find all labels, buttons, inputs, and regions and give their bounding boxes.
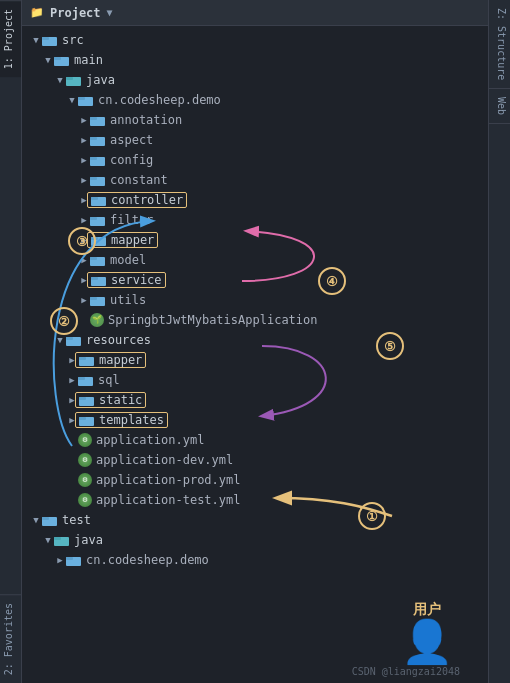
label-test-java: java (74, 533, 103, 547)
svg-rect-43 (66, 557, 73, 560)
label-templates: templates (99, 413, 164, 427)
arrow-config (78, 155, 90, 165)
templates-highlight-box: templates (75, 412, 168, 428)
controller-highlight-box: controller (87, 192, 187, 208)
label-res-mapper: mapper (99, 353, 142, 367)
service-highlight-box: service (87, 272, 166, 288)
svg-rect-7 (78, 97, 85, 100)
header-dropdown[interactable]: ▼ (107, 7, 113, 18)
tree-node-mapper[interactable]: mapper (22, 230, 488, 250)
yml-icon-test: ⚙ (78, 493, 92, 507)
tree-node-aspect[interactable]: aspect (22, 130, 488, 150)
label-utils: utils (110, 293, 146, 307)
svg-rect-17 (91, 197, 98, 200)
label-static: static (99, 393, 142, 407)
svg-rect-29 (66, 337, 73, 340)
svg-rect-5 (66, 77, 73, 80)
svg-rect-39 (42, 517, 49, 520)
label-app-test-yml: application-test.yml (96, 493, 241, 507)
static-highlight-box: static (75, 392, 146, 408)
arrow-filter (78, 215, 90, 225)
svg-rect-11 (90, 137, 97, 140)
tree-node-app-yml[interactable]: ⚙ application.yml (22, 430, 488, 450)
tree-node-java[interactable]: java (22, 70, 488, 90)
svg-rect-33 (78, 377, 85, 380)
tree-node-filter[interactable]: filter (22, 210, 488, 230)
label-config: config (110, 153, 153, 167)
spring-icon: 🌱 (90, 313, 104, 327)
arrow-utils (78, 295, 90, 305)
label-model: model (110, 253, 146, 267)
tree-node-service[interactable]: service (22, 270, 488, 290)
label-filter: filter (110, 213, 153, 227)
svg-rect-15 (90, 177, 97, 180)
main-content: 📁 Project ▼ src main java (22, 0, 488, 683)
tree-node-utils[interactable]: utils (22, 290, 488, 310)
res-mapper-highlight-box: mapper (75, 352, 146, 368)
right-tab-web[interactable]: Web (489, 89, 510, 124)
watermark: CSDN @liangzai2048 (352, 666, 460, 677)
tree-node-model[interactable]: model (22, 250, 488, 270)
label-app-prod-yml: application-prod.yml (96, 473, 241, 487)
arrow-constant (78, 175, 90, 185)
tree-node-res-mapper[interactable]: mapper (22, 350, 488, 370)
svg-rect-9 (90, 117, 97, 120)
arrow-src (30, 35, 42, 45)
svg-rect-23 (90, 257, 97, 260)
right-tab-structure[interactable]: Z: Structure (489, 0, 510, 89)
tree-node-cn[interactable]: cn.codesheep.demo (22, 90, 488, 110)
label-controller: controller (111, 193, 183, 207)
tree-node-test-cn[interactable]: cn.codesheep.demo (22, 550, 488, 570)
svg-rect-1 (42, 37, 49, 40)
label-java: java (86, 73, 115, 87)
tree-node-controller[interactable]: controller (22, 190, 488, 210)
tree-node-resources[interactable]: resources (22, 330, 488, 350)
user-icon: 👤 (401, 621, 453, 663)
tree-node-src[interactable]: src (22, 30, 488, 50)
arrow-test-cn (54, 555, 66, 565)
header-title: Project (50, 6, 101, 20)
sidebar-tab-favorites[interactable]: 2: Favorites (0, 594, 21, 683)
tree-node-sql[interactable]: sql (22, 370, 488, 390)
svg-rect-19 (90, 217, 97, 220)
left-sidebar: 1: Project 2: Favorites (0, 0, 22, 683)
tree-node-springapp[interactable]: 🌱 SpringbtJwtMybatisApplication (22, 310, 488, 330)
label-app-dev-yml: application-dev.yml (96, 453, 233, 467)
arrow-java (54, 75, 66, 85)
label-main: main (74, 53, 103, 67)
label-cn: cn.codesheep.demo (98, 93, 221, 107)
tree-node-test-java[interactable]: java (22, 530, 488, 550)
label-test: test (62, 513, 91, 527)
arrow-sql (66, 375, 78, 385)
tree-node-templates[interactable]: templates (22, 410, 488, 430)
svg-rect-3 (54, 57, 61, 60)
arrow-test-java (42, 535, 54, 545)
tree-node-test[interactable]: test (22, 510, 488, 530)
tree-node-config[interactable]: config (22, 150, 488, 170)
tree-node-static[interactable]: static (22, 390, 488, 410)
tree-node-annotation[interactable]: annotation (22, 110, 488, 130)
label-app-yml: application.yml (96, 433, 204, 447)
svg-rect-25 (91, 277, 98, 280)
svg-rect-21 (91, 237, 98, 240)
label-test-cn: cn.codesheep.demo (86, 553, 209, 567)
svg-rect-35 (79, 397, 86, 400)
tree-node-constant[interactable]: constant (22, 170, 488, 190)
sidebar-tab-project[interactable]: 1: Project (0, 0, 21, 77)
label-resources: resources (86, 333, 151, 347)
mapper-highlight-box: mapper (87, 232, 158, 248)
tree-node-main[interactable]: main (22, 50, 488, 70)
svg-rect-13 (90, 157, 97, 160)
tree-node-app-prod-yml[interactable]: ⚙ application-prod.yml (22, 470, 488, 490)
arrow-test (30, 515, 42, 525)
arrow-model (78, 255, 90, 265)
label-constant: constant (110, 173, 168, 187)
project-icon: 📁 (30, 6, 44, 19)
tree-node-app-test-yml[interactable]: ⚙ application-test.yml (22, 490, 488, 510)
tree-node-app-dev-yml[interactable]: ⚙ application-dev.yml (22, 450, 488, 470)
label-sql: sql (98, 373, 120, 387)
header-bar: 📁 Project ▼ (22, 0, 488, 26)
yml-icon-app: ⚙ (78, 433, 92, 447)
label-aspect: aspect (110, 133, 153, 147)
label-service: service (111, 273, 162, 287)
